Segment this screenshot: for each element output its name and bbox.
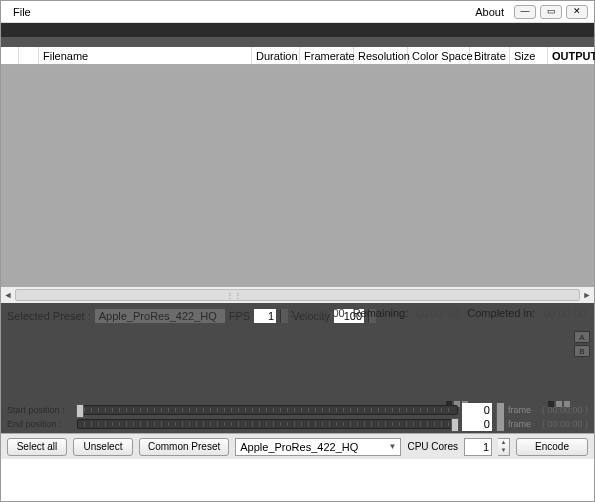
col-colorspace[interactable]: Color Space: [408, 47, 470, 64]
col-duration[interactable]: Duration: [252, 47, 300, 64]
scroll-left-icon[interactable]: ◄: [1, 290, 15, 300]
col-framerate[interactable]: Framerate: [300, 47, 354, 64]
grid-header: Filename Duration Framerate Resolution C…: [1, 47, 594, 65]
cpu-cores-label: CPU Cores: [407, 441, 458, 452]
bottom-bar: Select all Unselect Common Preset Apple_…: [1, 433, 594, 459]
fps-label: FPS: [229, 310, 250, 322]
preset-select[interactable]: Apple_ProRes_422_HQ ▼: [235, 438, 401, 456]
end-frame-time: ( 00:00:00 ): [542, 419, 588, 429]
end-position-label: End position :: [7, 419, 73, 429]
col-size[interactable]: Size: [510, 47, 548, 64]
cpu-cores-stepper[interactable]: ▲▼: [498, 438, 510, 456]
start-frame-time: ( 00:00:00 ): [542, 405, 588, 415]
grid-body[interactable]: [1, 65, 594, 287]
close-button[interactable]: ✕: [566, 5, 588, 19]
preset-select-value: Apple_ProRes_422_HQ: [240, 441, 358, 453]
scroll-right-icon[interactable]: ►: [580, 290, 594, 300]
toolbar-band-dark: [1, 23, 594, 37]
remaining-time: 00'00''00: [416, 307, 459, 319]
common-preset-button[interactable]: Common Preset: [139, 438, 229, 456]
completed-label: Completed in:: [467, 307, 535, 319]
start-position-slider[interactable]: [77, 405, 458, 415]
col-bitrate[interactable]: Bitrate: [470, 47, 510, 64]
end-position-input[interactable]: 0: [462, 417, 492, 431]
start-position-label: Start position :: [7, 405, 73, 415]
toggle-a[interactable]: A: [574, 331, 590, 343]
fps-stepper[interactable]: [280, 309, 288, 323]
elapsed-sep: :: [291, 307, 294, 319]
cpu-cores-input[interactable]: 1: [464, 438, 492, 456]
fps-input[interactable]: 1: [254, 309, 276, 323]
encode-button[interactable]: Encode: [516, 438, 588, 456]
encode-panel: Selected Preset : Apple_ProRes_422_HQ FP…: [1, 303, 594, 433]
remaining-label: Remaining:: [353, 307, 409, 319]
col-icon[interactable]: [19, 47, 39, 64]
selected-preset-display: Apple_ProRes_422_HQ: [95, 309, 225, 323]
menu-file[interactable]: File: [7, 4, 37, 20]
app-window: File About — ▭ ✕ Filename Duration Frame…: [0, 0, 595, 502]
completed-time: 00:00:00: [543, 307, 586, 319]
col-resolution[interactable]: Resolution: [354, 47, 408, 64]
chevron-down-icon: ▼: [389, 442, 397, 451]
unselect-button[interactable]: Unselect: [73, 438, 133, 456]
maximize-button[interactable]: ▭: [540, 5, 562, 19]
time-info: : 00'00''00 Remaining: 00'00''00 Complet…: [291, 307, 586, 319]
selected-preset-label: Selected Preset :: [7, 310, 91, 322]
select-all-button[interactable]: Select all: [7, 438, 67, 456]
start-frame-unit: frame: [508, 405, 538, 415]
end-position-stepper[interactable]: [496, 417, 504, 431]
horizontal-scrollbar[interactable]: ◄ ⋮⋮ ►: [1, 287, 594, 303]
end-slider-thumb[interactable]: [451, 418, 459, 432]
col-filename[interactable]: Filename: [39, 47, 252, 64]
scroll-thumb-mark: ⋮⋮: [230, 290, 238, 300]
toggle-b[interactable]: B: [574, 345, 590, 357]
menubar: File About — ▭ ✕: [1, 1, 594, 23]
start-position-stepper[interactable]: [496, 403, 504, 417]
toolbar-band-mid: [1, 37, 594, 47]
minimize-button[interactable]: —: [514, 5, 536, 19]
elapsed-time: 00'00''00: [302, 307, 345, 319]
col-output[interactable]: OUTPUT: [548, 47, 594, 64]
start-slider-thumb[interactable]: [76, 404, 84, 418]
scroll-track[interactable]: ⋮⋮: [15, 289, 580, 301]
end-position-slider[interactable]: [77, 419, 458, 429]
end-frame-unit: frame: [508, 419, 538, 429]
menu-about[interactable]: About: [469, 4, 510, 20]
col-checkbox[interactable]: [1, 47, 19, 64]
start-position-input[interactable]: 0: [462, 403, 492, 417]
